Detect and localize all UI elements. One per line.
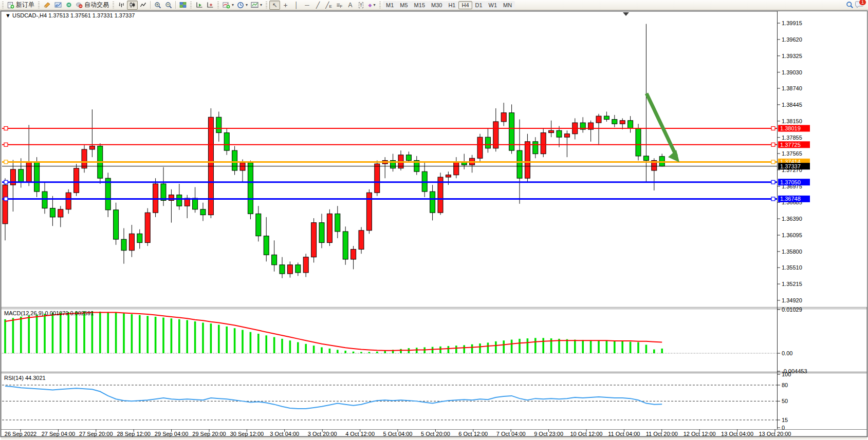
toolbar-grip[interactable] [38,2,40,9]
price-tick-label: 1.37855 [782,135,802,141]
candle-body [3,185,8,224]
price-tick-label: 1.36390 [782,216,802,222]
trendline-tool-button[interactable]: ╱ [312,1,323,10]
new-order-button[interactable]: 新订单 [6,1,36,10]
indicators-icon [223,2,230,9]
timeframe-button-MN[interactable]: MN [500,1,515,9]
label-tool-button[interactable]: T [356,1,366,10]
indicators-button[interactable]: ▾ [221,1,235,10]
level-badge-label: 1.38019 [780,125,801,131]
zoom-out-icon [165,2,172,9]
horizontal-line-tool-button[interactable]: ─ [302,1,312,10]
time-tick-label: 29 Sep 04:00 [155,431,188,437]
notification-badge: 1 [859,0,866,6]
chart-line-button[interactable] [138,1,149,10]
level-badge-label: 1.37725 [780,142,801,148]
time-tick-label: 13 Oct 20:00 [759,431,791,437]
market-profile-button[interactable] [52,1,63,10]
time-tick-label: 9 Oct 23:00 [534,431,563,437]
timeframe-button-M15[interactable]: M15 [411,1,428,9]
line-handle[interactable] [771,160,775,164]
signal-icon [65,2,72,8]
templates-button[interactable]: ▾ [249,1,264,10]
line-handle[interactable] [4,143,8,146]
candle-body [612,120,617,124]
zoom-in-icon [154,2,161,9]
timeframe-button-H1[interactable]: H1 [445,1,458,9]
timeframe-button-M1[interactable]: M1 [383,1,397,9]
level-badge-label: 1.36748 [780,196,801,202]
time-tick-label: 12 Oct 12:00 [684,431,716,437]
auto-trading-button[interactable]: 自动交易 [74,1,110,10]
time-tick-label: 7 Oct 04:00 [496,431,526,437]
text-tool-button[interactable]: A [345,1,356,10]
dropdown-arrow-icon: ▾ [374,3,376,7]
chart-title: ▼ USDCAD-,H4 1.37513 1.37561 1.37331 1.3… [5,12,135,18]
chart-shift-button[interactable] [205,1,215,10]
candle-body [375,164,380,193]
vertical-line-tool-button[interactable]: │ [291,1,302,10]
toolbar-grip[interactable] [113,2,114,9]
candle-body [232,150,237,170]
timeframe-button-M30[interactable]: M30 [428,1,445,9]
chart-area[interactable]: 1.399151.396201.393251.390301.387401.384… [0,10,868,440]
periods-button[interactable]: ▾ [235,1,249,10]
timeframe-button-D1[interactable]: D1 [472,1,486,9]
line-handle[interactable] [771,143,775,146]
toolbar-grip[interactable] [379,2,381,9]
candle-body [477,137,483,158]
signal-button[interactable] [63,1,74,10]
price-tick-label: 1.37565 [782,150,802,157]
line-handle[interactable] [771,126,775,130]
clock-icon [237,2,244,9]
crosshair-tool-button[interactable]: + [280,1,291,10]
candle-body [224,133,229,151]
candle-body [161,184,166,200]
timeframe-group: M1M5M15M30H1H4D1W1MN [383,1,515,9]
price-axis: 1.399151.396201.393251.390301.387401.384… [777,11,867,307]
tile-windows-button[interactable] [177,1,188,10]
chat-button[interactable]: 1 [855,1,864,10]
zoom-in-button[interactable] [152,1,163,10]
toolbar-grip[interactable] [2,2,4,9]
cursor-tool-button[interactable]: ↖ [269,1,280,10]
candle-body [335,214,340,232]
candle-body [105,178,110,210]
candle-body [604,116,609,119]
eraser-button[interactable] [42,1,52,10]
toolbar-grip[interactable] [217,2,219,9]
candle-body [303,257,308,273]
candle-body [193,198,198,209]
line-handle[interactable] [4,180,8,184]
zoom-out-button[interactable] [163,1,174,10]
chart-candles-button[interactable] [127,1,138,10]
timeframe-button-H4[interactable]: H4 [458,1,472,9]
price-chart[interactable]: 1.399151.396201.393251.390301.387401.384… [0,10,868,440]
candle-body [145,213,150,242]
arrows-tool-button[interactable]: ◆ ▾ [366,1,377,10]
candle-body [319,223,324,243]
timeframe-button-M5[interactable]: M5 [397,1,411,9]
channel-tool-button[interactable]: ╱ E [323,1,334,10]
time-axis[interactable]: 26 Sep 202227 Sep 04:0027 Sep 20:0028 Se… [5,429,791,437]
macd-axis-label: 0.00 [782,350,792,356]
line-handle[interactable] [771,197,775,201]
auto-scroll-button[interactable] [194,1,205,10]
fibonacci-tool-button[interactable]: ≡ F [334,1,345,10]
candle-body [620,121,625,124]
line-handle[interactable] [4,126,8,130]
search-button[interactable] [844,1,855,10]
line-handle[interactable] [4,197,8,201]
candle-body [137,234,142,242]
toolbar-grip[interactable] [190,2,192,9]
line-handle[interactable] [771,180,775,184]
candle-body [42,192,47,208]
candle-body [121,239,126,251]
toolbar-grip[interactable] [266,2,267,9]
eraser-icon [44,2,51,8]
candle-body [129,234,134,250]
line-handle[interactable] [4,160,8,164]
level-badge-label: 1.37050 [780,179,801,185]
timeframe-button-W1[interactable]: W1 [486,1,501,9]
chart-bars-button[interactable] [116,1,127,10]
